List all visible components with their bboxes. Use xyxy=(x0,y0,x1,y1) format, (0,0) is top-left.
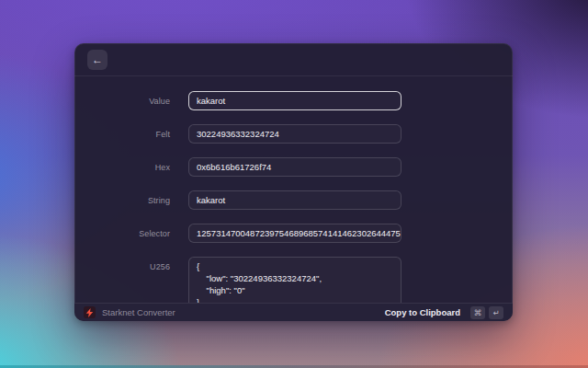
u256-field-label: U256 xyxy=(74,262,170,271)
command-key-icon[interactable]: ⌘ xyxy=(470,306,485,319)
form-row: Selector12573147004872397546896857414146… xyxy=(74,224,513,243)
back-arrow-icon: ← xyxy=(92,54,103,65)
copy-to-clipboard-button[interactable]: Copy to Clipboard xyxy=(385,307,460,317)
form-row: Stringkakarot xyxy=(74,190,513,210)
form-row: Hex0x6b616b61726f74 xyxy=(74,157,513,177)
back-button[interactable]: ← xyxy=(87,50,107,70)
u256-input[interactable]: { "low": "30224936332324724", "high": "0… xyxy=(188,257,401,303)
hex-input[interactable]: 0x6b616b61726f74 xyxy=(188,157,401,177)
felt-input[interactable]: 30224936332324724 xyxy=(188,124,401,144)
value-field-label: Value xyxy=(74,97,170,106)
string-field-label: String xyxy=(74,196,170,205)
app-title: Starknet Converter xyxy=(102,307,175,317)
hex-field-label: Hex xyxy=(74,163,170,172)
action-bar: Starknet Converter Copy to Clipboard ⌘ ↵ xyxy=(74,303,513,321)
form-row: U256{ "low": "30224936332324724", "high"… xyxy=(74,257,513,303)
value-input[interactable]: kakarot xyxy=(188,91,401,110)
starknet-lightning-icon xyxy=(84,306,96,318)
selector-input[interactable]: 1257314700487239754689685741414623026444… xyxy=(188,224,401,243)
converter-form: ValuekakarotFelt30224936332324724Hex0x6b… xyxy=(74,77,513,303)
string-input[interactable]: kakarot xyxy=(188,190,401,210)
form-row: Felt30224936332324724 xyxy=(74,124,513,144)
window-header: ← xyxy=(74,43,513,76)
return-key-icon[interactable]: ↵ xyxy=(489,306,503,319)
raycast-window: ← ValuekakarotFelt30224936332324724Hex0x… xyxy=(74,43,513,321)
selector-field-label: Selector xyxy=(74,229,170,238)
felt-field-label: Felt xyxy=(74,130,170,139)
form-row: Valuekakarot xyxy=(74,91,513,110)
